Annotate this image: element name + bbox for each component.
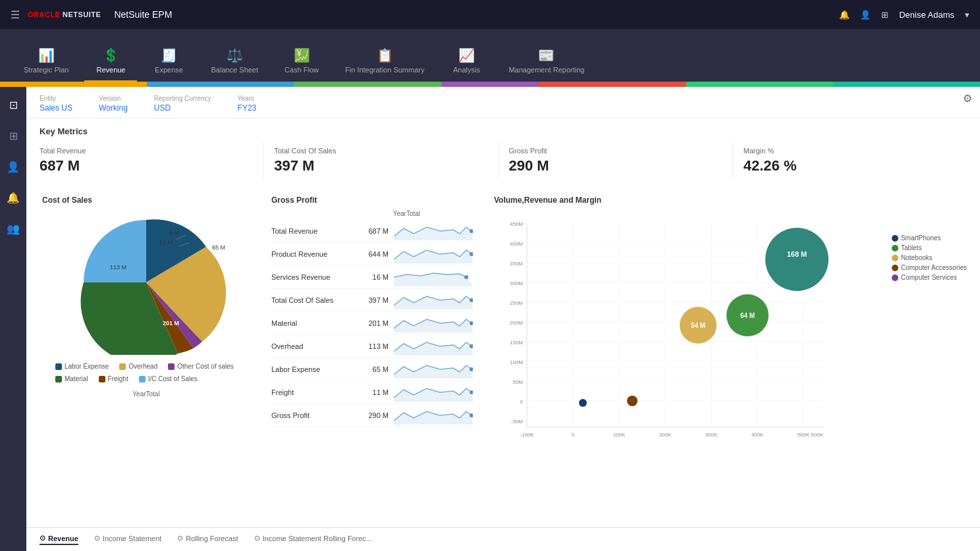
- entity-value[interactable]: Sales US: [40, 103, 72, 113]
- bell-icon[interactable]: 🔔: [839, 10, 850, 20]
- pie-chart-wrapper: 65 M 113 M 8 M 11 M 201 M: [42, 210, 250, 355]
- gp-row-label-3: Total Cost Of Sales: [271, 296, 350, 304]
- metric-card-0: Total Revenue687 M: [40, 142, 263, 180]
- nav-tab-management-reporting[interactable]: 📰Management Reporting: [498, 42, 595, 82]
- gp-row-1: Product Revenue644 M: [271, 243, 473, 266]
- svg-text:350M: 350M: [510, 261, 523, 267]
- version-value[interactable]: Working: [99, 103, 128, 113]
- svg-text:400M: 400M: [510, 241, 523, 247]
- app-title: NetSuite EPM: [114, 9, 172, 20]
- cos-legend-label-5: I/C Cost of Sales: [148, 375, 198, 382]
- svg-text:50M: 50M: [512, 379, 523, 385]
- vrm-legend-label-0: SmartPhones: [901, 234, 941, 242]
- cos-legend-dot-5: [139, 376, 146, 382]
- metric-value-1: 397 M: [274, 157, 487, 174]
- pie-chart: 65 M 113 M 8 M 11 M 201 M: [47, 210, 245, 355]
- key-metrics: Total Revenue687 MTotal Cost Of Sales397…: [26, 142, 980, 190]
- sidebar-icon-person[interactable]: 👤: [3, 157, 24, 177]
- metric-label-3: Margin %: [744, 147, 956, 155]
- sparkline: [394, 222, 473, 240]
- currency-label: Reporting Currency: [154, 95, 211, 102]
- sidebar-icon-grid[interactable]: ⊞: [5, 126, 22, 146]
- nav-tab-expense[interactable]: 🧾Expense: [142, 42, 195, 82]
- svg-text:600K: 600K: [811, 432, 823, 438]
- gp-row-label-7: Freight: [271, 388, 350, 396]
- nav-tab-icon-strategic-plan: 📊: [38, 47, 55, 63]
- cos-legend: Labor ExpenseOverheadOther Cost of sales…: [42, 360, 250, 388]
- bubble-54m-label: 54 M: [691, 322, 705, 329]
- bottom-tab-0[interactable]: ⊙Revenue: [40, 534, 78, 545]
- cos-legend-item-1: Overhead: [119, 363, 157, 370]
- bubble-64m-label: 64 M: [740, 312, 755, 319]
- top-bar: ☰ ORACLE NETSUITE NetSuite EPM 🔔 👤 ⊞ Den…: [0, 0, 980, 29]
- gp-year-total-label: YearTotal: [393, 210, 420, 217]
- nav-tab-balance-sheet[interactable]: ⚖️Balance Sheet: [200, 42, 269, 82]
- bubble-168m: [765, 228, 829, 291]
- bottom-tab-1[interactable]: ⊙Income Statement: [94, 534, 161, 545]
- settings-button[interactable]: ⚙: [963, 92, 972, 105]
- nav-tab-label-fin-integration: Fin Integration Summary: [345, 66, 424, 74]
- svg-point-7: [464, 275, 468, 279]
- gp-row-label-4: Material: [271, 319, 350, 327]
- nav-tab-icon-fin-integration: 📋: [377, 47, 393, 63]
- gp-row-label-6: Labor Expense: [271, 365, 350, 373]
- metric-label-2: Gross Profit: [509, 147, 722, 155]
- hamburger-icon[interactable]: ☰: [11, 9, 20, 21]
- nav-tab-fin-integration[interactable]: 📋Fin Integration Summary: [335, 42, 435, 82]
- nav-tab-cash-flow[interactable]: 💹Cash Flow: [274, 42, 329, 82]
- vrm-legend-item-1: Tablets: [892, 244, 967, 251]
- vrm-legend: SmartPhonesTabletsNotebooksComputer Acce…: [889, 232, 969, 284]
- vrm-legend-dot-4: [892, 275, 898, 281]
- gp-row-4: Material201 M: [271, 312, 473, 335]
- user-dropdown-icon[interactable]: ▾: [965, 10, 969, 20]
- nav-tab-analysis[interactable]: 📈Analysis: [440, 42, 493, 82]
- gp-row-value-7: 11 M: [356, 388, 389, 396]
- nav-tab-label-strategic-plan: Strategic Plan: [24, 66, 68, 74]
- bottom-tab-icon-0: ⊙: [40, 534, 45, 542]
- vrm-legend-label-4: Computer Services: [901, 274, 957, 281]
- metric-value-3: 42.26 %: [744, 157, 956, 174]
- vrm-legend-item-4: Computer Services: [892, 274, 967, 281]
- gp-row-5: Overhead113 M: [271, 335, 473, 358]
- sidebar-icon-group[interactable]: 👥: [3, 219, 24, 239]
- bottom-tab-label-1: Income Statement: [103, 535, 161, 542]
- nav-tab-icon-management-reporting: 📰: [538, 47, 555, 63]
- bottom-tab-label-2: Rolling Forecast: [186, 535, 238, 542]
- svg-text:0: 0: [520, 399, 524, 405]
- currency-filter: Reporting Currency USD: [154, 95, 211, 113]
- cos-legend-item-5: I/C Cost of Sales: [139, 375, 198, 382]
- cos-legend-label-1: Overhead: [128, 363, 157, 370]
- sparkline: [394, 268, 473, 286]
- user-name[interactable]: Denise Adams: [899, 10, 954, 20]
- bottom-tab-3[interactable]: ⊙Income Statement Rolling Forec...: [254, 534, 372, 545]
- svg-text:100M: 100M: [510, 359, 523, 365]
- gp-row-value-0: 687 M: [356, 227, 389, 235]
- sidebar-icon-dashboard[interactable]: ⊡: [5, 95, 22, 115]
- nav-tab-icon-analysis: 📈: [458, 47, 475, 63]
- nav-tab-strategic-plan[interactable]: 📊Strategic Plan: [13, 42, 79, 82]
- version-label: Version: [99, 95, 128, 102]
- gross-profit-title: Gross Profit: [271, 196, 473, 205]
- person-icon[interactable]: 👤: [860, 10, 871, 20]
- bottom-tabs: ⊙Revenue⊙Income Statement⊙Rolling Foreca…: [26, 527, 980, 551]
- sidebar-icon-notification[interactable]: 🔔: [3, 188, 24, 208]
- gp-row-value-6: 65 M: [356, 365, 389, 373]
- bottom-tab-2[interactable]: ⊙Rolling Forecast: [177, 534, 238, 545]
- nav-tab-revenue[interactable]: 💲Revenue: [84, 42, 137, 82]
- currency-value[interactable]: USD: [154, 103, 211, 113]
- year-total-label: YearTotal: [42, 388, 250, 398]
- sparkline: [394, 314, 473, 332]
- grid-icon[interactable]: ⊞: [881, 10, 888, 20]
- vrm-legend-dot-3: [892, 265, 898, 271]
- svg-text:500K: 500K: [798, 432, 810, 438]
- pie-label-113m: 113 M: [110, 264, 126, 271]
- gp-spark-8: [394, 406, 473, 425]
- bottom-tab-label-3: Income Statement Rolling Forec...: [263, 535, 372, 542]
- metric-card-2: Gross Profit290 M: [499, 142, 733, 180]
- vrm-panel: Volume,Revenue and Margin: [486, 190, 972, 467]
- gp-spark-6: [394, 360, 473, 379]
- gp-row-value-1: 644 M: [356, 250, 389, 258]
- years-value[interactable]: FY23: [238, 103, 257, 113]
- cos-legend-label-2: Other Cost of sales: [177, 363, 234, 370]
- cost-of-sales-title: Cost of Sales: [42, 196, 250, 205]
